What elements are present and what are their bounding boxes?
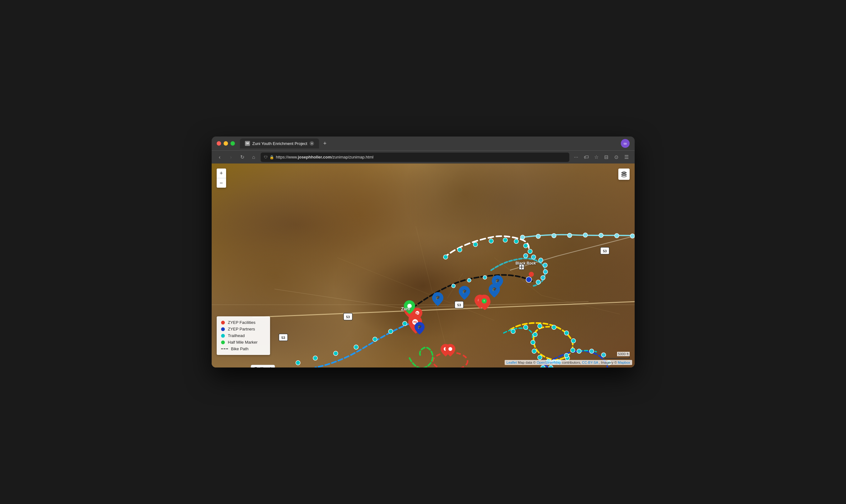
zoom-out-button[interactable]: − [217,178,226,188]
svg-text:+: + [483,299,485,303]
sync-button[interactable]: ⊙ [612,153,621,162]
svg-point-16 [503,238,508,242]
svg-point-29 [483,275,487,279]
svg-point-27 [452,284,455,288]
layer-control-button[interactable] [618,168,630,180]
svg-text:🎓: 🎓 [417,324,422,329]
active-tab[interactable]: 🗺 Zuni Youth Enrichment Project × [240,138,319,148]
svg-point-48 [552,325,556,329]
mapbox-link[interactable]: Mapbox [618,361,630,364]
lock-icon: 🔒 [269,155,274,159]
svg-point-43 [313,356,317,360]
tab-close-button[interactable]: × [310,141,314,146]
map-container[interactable]: Rk Rk Rk Rk Rk [212,163,635,367]
svg-point-61 [564,353,569,358]
legend-dot-facilities [221,321,225,324]
svg-text:Rk: Rk [416,312,419,314]
svg-point-33 [567,233,572,237]
legend-dot-partners [221,327,225,331]
minimize-window-button[interactable] [224,141,228,146]
pocket-button[interactable]: 🏷 [582,153,591,162]
maximize-window-button[interactable] [230,141,235,146]
zoom-in-button[interactable]: + [217,168,226,178]
svg-point-13 [458,248,462,252]
nav-actions: ··· 🏷 ☆ ⊟ ⊙ ☰ [572,153,631,162]
legend-item-partners: ZYEP Partners [221,327,266,331]
traffic-lights [217,141,235,146]
svg-text:53: 53 [457,303,461,307]
svg-point-12 [443,255,448,259]
svg-point-47 [537,324,542,328]
profile-button[interactable]: ∞ [621,139,630,148]
svg-text:Black Rock: Black Rock [515,261,536,266]
svg-text:🎓: 🎓 [435,295,440,300]
legend-line-bikepath [221,348,228,349]
map-svg: Rk Rk Rk Rk Rk [212,163,635,367]
back-button[interactable]: ‹ [215,153,224,162]
svg-text:53: 53 [346,315,350,319]
tab-favicon: 🗺 [245,141,250,146]
svg-text:Trailhead: Trailhead [254,366,271,367]
svg-text:🎓: 🎓 [492,287,496,291]
svg-point-21 [531,255,536,259]
svg-line-9 [557,236,635,256]
svg-point-34 [583,233,587,237]
home-button[interactable]: ⌂ [249,153,258,162]
svg-point-25 [541,275,545,280]
legend-label-trailhead: Trailhead [228,333,245,338]
menu-button[interactable]: ☰ [622,153,631,162]
svg-point-40 [373,337,377,341]
svg-point-39 [388,329,393,334]
legend-item-bikepath: Bike Path [221,346,266,351]
svg-point-89 [529,272,534,277]
svg-point-15 [489,239,493,243]
svg-point-46 [524,325,528,329]
bookmark-star-button[interactable]: ☆ [592,153,601,162]
svg-point-38 [403,321,407,326]
scale-bar: 5000 ft [604,352,630,359]
attribution: Leaflet Map data © OpenStreetMap contrib… [505,360,632,365]
address-bar[interactable]: 🛡 🔒 https://www.josephholler.com/zunimap… [261,152,569,162]
svg-text:🎓: 🎓 [462,289,466,293]
svg-point-31 [536,234,541,238]
svg-text:Zuni: Zuni [401,306,410,311]
svg-point-20 [524,254,528,258]
svg-point-51 [570,348,575,353]
svg-point-72 [549,365,553,367]
tab-title: Zuni Youth Enrichment Project [252,141,307,146]
svg-point-59 [541,365,545,367]
svg-line-3 [275,289,400,308]
svg-point-88 [448,347,452,351]
osm-link[interactable]: OpenStreetMap [537,361,561,364]
reader-view-button[interactable]: ⊟ [602,153,611,162]
shield-icon: 🛡 [264,155,267,159]
new-tab-button[interactable]: + [320,139,329,148]
svg-point-23 [543,263,547,267]
svg-point-58 [533,332,537,337]
legend-dot-trailhead [221,334,225,338]
more-button[interactable]: ··· [572,153,581,162]
legend: ZYEP Facilities ZYEP Partners Trailhead … [217,316,270,355]
svg-point-37 [630,234,635,238]
svg-point-36 [615,233,619,238]
forward-button[interactable]: › [227,153,235,162]
svg-point-30 [521,235,525,239]
svg-line-8 [252,302,635,317]
svg-text:🎓: 🎓 [495,278,500,283]
scale-bar-label: 5000 ft [617,352,630,356]
svg-point-26 [536,280,541,284]
svg-point-49 [564,331,569,335]
cc-link[interactable]: CC-BY-SA [582,361,598,364]
svg-point-94 [526,277,532,283]
leaflet-link[interactable]: Leaflet [507,361,517,364]
svg-point-22 [539,258,543,262]
svg-point-41 [354,345,358,349]
refresh-button[interactable]: ↻ [238,153,247,162]
svg-point-35 [599,233,603,237]
legend-label-partners: ZYEP Partners [228,327,255,331]
svg-text:53: 53 [603,249,606,253]
svg-point-45 [511,329,515,334]
nav-bar: ‹ › ↻ ⌂ 🛡 🔒 https://www.josephholler.com… [212,150,635,163]
close-window-button[interactable] [217,141,221,146]
title-bar: 🗺 Zuni Youth Enrichment Project × + ∞ [212,137,635,150]
